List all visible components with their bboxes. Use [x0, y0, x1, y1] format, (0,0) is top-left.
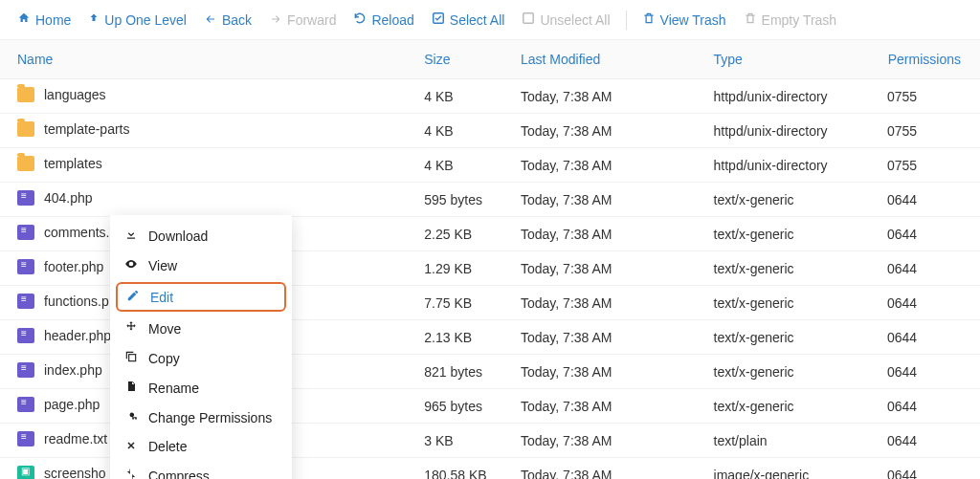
file-name: footer.php [44, 259, 103, 274]
back-button[interactable]: Back [196, 9, 259, 32]
forward-label: Forward [287, 12, 336, 28]
col-name[interactable]: Name [0, 40, 414, 79]
file-size: 821 bytes [414, 355, 511, 389]
file-name: 404.php [44, 190, 93, 206]
file-perm: 0644 [878, 217, 980, 251]
file-type: text/x-generic [704, 286, 878, 320]
table-row[interactable]: templates4 KBToday, 7:38 AMhttpd/unix-di… [0, 148, 980, 183]
ctx-download-label: Download [148, 229, 208, 244]
file-modified: Today, 7:38 AM [511, 114, 704, 148]
eye-icon [123, 257, 139, 273]
ctx-view[interactable]: View [110, 250, 292, 280]
home-button[interactable]: Home [10, 8, 78, 32]
ctx-download[interactable]: Download [110, 221, 292, 250]
file-type: httpd/unix-directory [704, 148, 878, 183]
file-modified: Today, 7:38 AM [511, 217, 704, 251]
select-all-button[interactable]: Select All [424, 8, 513, 32]
view-trash-label: View Trash [660, 12, 726, 28]
forward-icon [269, 12, 282, 28]
col-size[interactable]: Size [414, 40, 511, 79]
ctx-move[interactable]: Move [110, 314, 292, 343]
file-size: 7.75 KB [414, 286, 511, 320]
file-name: templates [44, 156, 102, 171]
move-icon [123, 320, 139, 337]
file-perm: 0644 [878, 286, 980, 320]
file-size: 1.29 KB [414, 251, 511, 286]
ctx-delete[interactable]: Delete [110, 432, 292, 461]
file-size: 965 bytes [414, 389, 511, 424]
select-all-label: Select All [450, 12, 505, 28]
toolbar: Home Up One Level Back Forward Reload Se… [0, 0, 980, 40]
table-row[interactable]: 404.php595 bytesToday, 7:38 AMtext/x-gen… [0, 183, 980, 217]
check-icon [432, 11, 445, 28]
uncheck-icon [522, 11, 535, 28]
ctx-rename-label: Rename [148, 381, 199, 396]
up-icon [88, 11, 100, 28]
view-trash-button[interactable]: View Trash [635, 8, 734, 32]
file-type: text/x-generic [704, 355, 878, 389]
file-type: httpd/unix-directory [704, 114, 878, 148]
file-code-icon [17, 259, 34, 274]
file-modified: Today, 7:38 AM [511, 424, 704, 458]
file-size: 3 KB [414, 424, 511, 458]
ctx-delete-label: Delete [148, 439, 187, 454]
file-modified: Today, 7:38 AM [511, 148, 704, 183]
file-modified: Today, 7:38 AM [511, 79, 704, 114]
file-code-icon [17, 190, 34, 206]
context-menu: Download View Edit Move Copy Rename Ch [110, 215, 292, 479]
svg-rect-1 [523, 13, 534, 24]
file-perm: 0644 [878, 251, 980, 286]
ctx-change-permissions[interactable]: Change Permissions [110, 403, 292, 432]
file-code-icon [17, 294, 34, 309]
download-icon [123, 228, 139, 244]
trash-icon [642, 11, 656, 28]
forward-button: Forward [261, 9, 344, 32]
file-name: functions.p [44, 294, 109, 309]
empty-trash-button: Empty Trash [736, 8, 845, 32]
file-size: 595 bytes [414, 183, 511, 217]
key-icon [123, 409, 139, 425]
table-row[interactable]: template-parts4 KBToday, 7:38 AMhttpd/un… [0, 114, 980, 148]
file-perm: 0755 [878, 148, 980, 183]
file-name: screensho [44, 466, 106, 479]
trash-icon [744, 11, 757, 28]
col-modified[interactable]: Last Modified [511, 40, 704, 79]
up-label: Up One Level [104, 12, 187, 28]
file-modified: Today, 7:38 AM [511, 251, 704, 286]
ctx-compress[interactable]: Compress [110, 461, 292, 479]
up-button[interactable]: Up One Level [80, 8, 194, 32]
ctx-move-label: Move [148, 321, 181, 337]
svg-rect-2 [129, 355, 136, 361]
delete-icon [123, 439, 139, 454]
copy-icon [123, 350, 139, 366]
file-code-icon [17, 362, 34, 378]
file-size: 4 KB [414, 79, 511, 114]
file-size: 180.58 KB [414, 458, 511, 480]
reload-button[interactable]: Reload [345, 8, 421, 32]
folder-icon [17, 87, 34, 102]
ctx-edit[interactable]: Edit [116, 282, 286, 312]
file-type: image/x-generic [704, 458, 878, 480]
file-name: page.php [44, 397, 100, 412]
file-name: template-parts [44, 121, 129, 137]
ctx-copy[interactable]: Copy [110, 343, 292, 373]
file-modified: Today, 7:38 AM [511, 320, 704, 355]
file-modified: Today, 7:38 AM [511, 389, 704, 424]
file-code-icon [17, 328, 34, 343]
file-code-icon [17, 431, 34, 446]
file-type: text/plain [704, 424, 878, 458]
home-label: Home [35, 12, 71, 28]
file-modified: Today, 7:38 AM [511, 458, 704, 480]
col-type[interactable]: Type [704, 40, 878, 79]
ctx-copy-label: Copy [148, 351, 180, 366]
ctx-compress-label: Compress [148, 468, 210, 480]
ctx-change-permissions-label: Change Permissions [148, 410, 272, 425]
file-type: text/x-generic [704, 320, 878, 355]
rename-icon [123, 380, 139, 396]
table-row[interactable]: languages4 KBToday, 7:38 AMhttpd/unix-di… [0, 79, 980, 114]
file-size: 4 KB [414, 114, 511, 148]
col-permissions[interactable]: Permissions [878, 40, 980, 79]
file-perm: 0644 [878, 458, 980, 480]
ctx-rename[interactable]: Rename [110, 373, 292, 403]
file-name: index.php [44, 362, 102, 378]
